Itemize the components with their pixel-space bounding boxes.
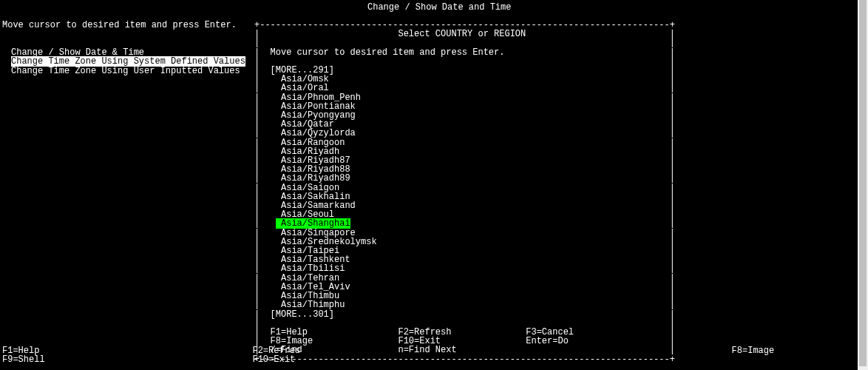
- main-menu: Change / Show Date & Time Change Time Zo…: [11, 39, 245, 75]
- fkey-f10[interactable]: F10=Exit: [252, 354, 295, 365]
- country-item[interactable]: | Asia/Rangoon |: [254, 138, 675, 147]
- scrollbar-thumb[interactable]: [859, 0, 867, 366]
- country-item[interactable]: | Asia/Qyzylorda |: [254, 129, 675, 138]
- scrollbar[interactable]: ▲: [858, 0, 868, 370]
- menu-item-user-tz[interactable]: Change Time Zone Using User Inputted Val…: [11, 66, 240, 76]
- country-item[interactable]: | Asia/Tbilisi |: [254, 264, 675, 273]
- dialog-instruction-row: | Move cursor to desired item and press …: [254, 48, 675, 57]
- dialog-more-bottom[interactable]: | [MORE...301] |: [254, 310, 675, 319]
- country-item[interactable]: | Asia/Phnom_Penh |: [254, 93, 675, 102]
- fkey-f9[interactable]: F9=Shell: [2, 354, 45, 365]
- dialog-empty: | |: [254, 38, 675, 47]
- country-item[interactable]: | Asia/Oral |: [254, 84, 675, 92]
- country-dialog: +---------------------------------------…: [254, 21, 675, 364]
- country-item[interactable]: | Asia/Thimphu |: [254, 300, 675, 309]
- country-item[interactable]: | Asia/Riyadh89 |: [254, 174, 675, 183]
- bottom-function-keys: F1=Help F2=Refres F8=Image F9=Shell F10=…: [2, 346, 774, 364]
- fkey-f8[interactable]: F8=Image: [732, 346, 775, 356]
- main-instruction: Move cursor to desired item and press En…: [2, 21, 237, 30]
- page-title: Change / Show Date and Time: [367, 3, 511, 12]
